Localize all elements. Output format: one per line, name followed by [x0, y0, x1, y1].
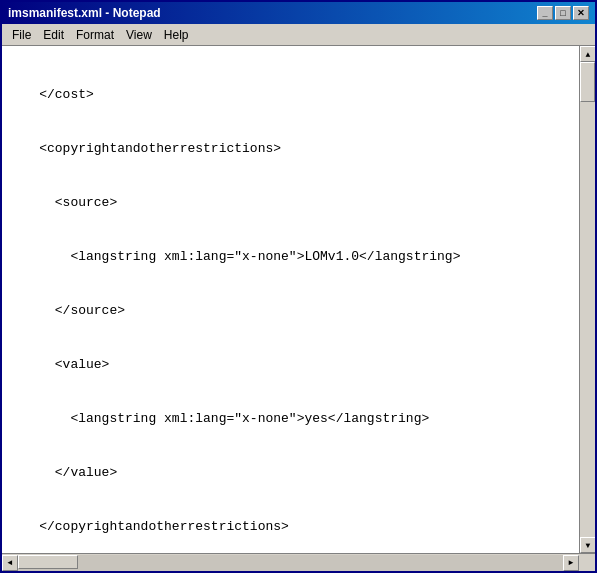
- menu-view[interactable]: View: [120, 26, 158, 44]
- scroll-left-button[interactable]: ◄: [2, 555, 18, 571]
- main-window: imsmanifest.xml - Notepad _ □ ✕ File Edi…: [0, 0, 597, 573]
- code-line-6: <langstring xml:lang="x-none">yes</langs…: [8, 410, 573, 428]
- code-line-8: </copyrightandotherrestrictions>: [8, 518, 573, 536]
- code-line-1: <copyrightandotherrestrictions>: [8, 140, 573, 158]
- vertical-scrollbar: ▲ ▼: [579, 46, 595, 553]
- bottom-bar: ◄ ►: [2, 553, 595, 571]
- scrollbar-corner: [579, 555, 595, 571]
- code-line-5: <value>: [8, 356, 573, 374]
- menu-help[interactable]: Help: [158, 26, 195, 44]
- code-line-2: <source>: [8, 194, 573, 212]
- horizontal-scrollbar: ◄ ►: [2, 555, 579, 571]
- close-button[interactable]: ✕: [573, 6, 589, 20]
- scroll-right-button[interactable]: ►: [563, 555, 579, 571]
- content-area: </cost> <copyrightandotherrestrictions> …: [2, 46, 595, 553]
- window-title: imsmanifest.xml - Notepad: [8, 6, 161, 20]
- code-content: </cost> <copyrightandotherrestrictions> …: [8, 50, 573, 553]
- code-line-7: </value>: [8, 464, 573, 482]
- vertical-scroll-track[interactable]: [580, 62, 595, 537]
- scroll-down-button[interactable]: ▼: [580, 537, 595, 553]
- code-line-3: <langstring xml:lang="x-none">LOMv1.0</l…: [8, 248, 573, 266]
- menu-file[interactable]: File: [6, 26, 37, 44]
- menu-edit[interactable]: Edit: [37, 26, 70, 44]
- vertical-scroll-thumb[interactable]: [580, 62, 595, 102]
- minimize-button[interactable]: _: [537, 6, 553, 20]
- menu-format[interactable]: Format: [70, 26, 120, 44]
- maximize-button[interactable]: □: [555, 6, 571, 20]
- menu-bar: File Edit Format View Help: [2, 24, 595, 46]
- scroll-up-button[interactable]: ▲: [580, 46, 595, 62]
- editor[interactable]: </cost> <copyrightandotherrestrictions> …: [2, 46, 579, 553]
- title-bar: imsmanifest.xml - Notepad _ □ ✕: [2, 2, 595, 24]
- window-controls: _ □ ✕: [537, 6, 589, 20]
- horizontal-scroll-thumb[interactable]: [18, 555, 78, 569]
- code-line-4: </source>: [8, 302, 573, 320]
- horizontal-scroll-track[interactable]: [18, 555, 563, 571]
- code-line-0: </cost>: [8, 86, 573, 104]
